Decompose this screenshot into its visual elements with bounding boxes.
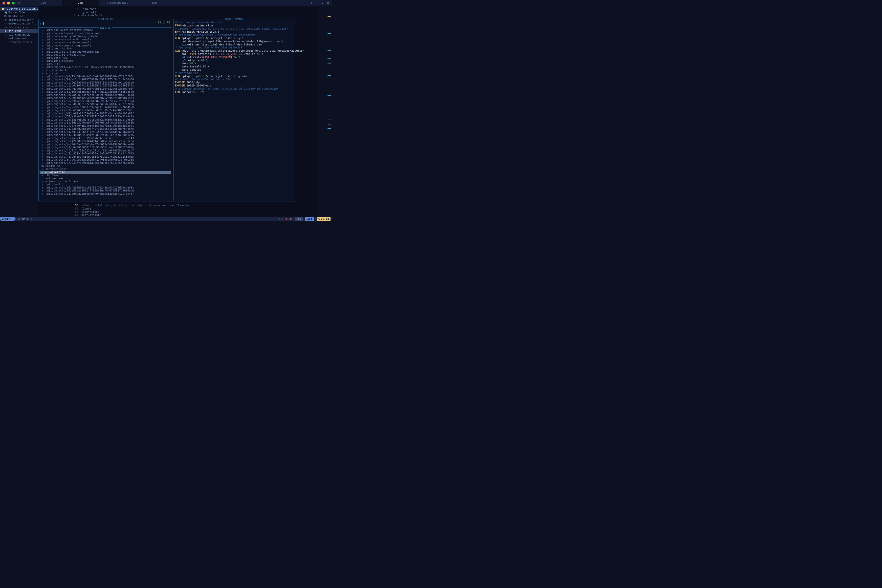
- editor-line: 2context=default: [71, 14, 102, 17]
- file-tree-header[interactable]: 📁 ~/Dev/one-solution/communication/pbx: [0, 7, 38, 10]
- result-row[interactable]: ▯.git/objects/06/5d6900b1e7ca863a9bd9568…: [39, 103, 171, 106]
- minimap-marker[interactable]: [328, 124, 331, 125]
- file-icon: ▯: [42, 90, 44, 94]
- tab[interactable]: vim: [62, 0, 99, 6]
- new-tab-button[interactable]: +: [173, 0, 183, 6]
- result-row[interactable]: ▯.git/objects/56/a98ab26c031f52112fe2828…: [39, 115, 171, 118]
- file-tree-item[interactable]: ♪welcome.wav: [0, 37, 38, 40]
- preview-line: CMD [asterisk, -f]: [175, 91, 293, 94]
- results-list[interactable]: ▯.git/hooks/pre-receive.sample▯.git/hook…: [39, 28, 172, 196]
- file-icon: ▯: [42, 28, 44, 32]
- minimap-marker[interactable]: [329, 16, 330, 17]
- file-tree[interactable]: 📁 ~/Dev/one-solution/communication/pbx 🐳…: [0, 6, 38, 217]
- result-label: .git/config: [45, 183, 63, 186]
- file-tree-path: ~/Dev/one-solution/communication/pbx: [5, 7, 38, 10]
- result-row[interactable]: ▯.git/objects/c5/b811a4843be4433ad8a7b60…: [39, 152, 171, 155]
- result-label: .git/info/exclude: [45, 60, 74, 63]
- result-row[interactable]: ▯.git/objects/27/305fbd1c05eded80de87525…: [39, 97, 171, 100]
- result-label: Dockerfile: [49, 171, 65, 174]
- minimap-marker[interactable]: [328, 120, 331, 120]
- file-icon: M↓: [5, 15, 8, 18]
- result-label: .git/objects/23/c9c4a2db6987bf4942eeec32…: [45, 192, 134, 196]
- result-row[interactable]: ▯.git/objects/7a/e1a770214013007e7becfe4…: [39, 66, 171, 69]
- hidden-items-note: (2 hidden items): [0, 40, 38, 44]
- result-row[interactable]: ▯.git/objects/6f/d6795e1ae1d9be419f03d8e…: [39, 158, 171, 162]
- result-row[interactable]: ▯.git/description: [39, 47, 171, 50]
- result-row[interactable]: ▯.git/hooks/applypatch-msg.sample: [39, 35, 171, 38]
- editor-area[interactable]: 4;sip.conf3[general]2context=default Fin…: [38, 6, 332, 217]
- search-icon[interactable]: ⌕: [310, 1, 312, 5]
- bulb-icon[interactable]: ♀: [322, 1, 323, 5]
- file-icon: ▯: [42, 87, 44, 91]
- tab[interactable]: vim: [25, 0, 62, 6]
- result-row[interactable]: ▯.git/objects/e7/d617459f7146bed0301d15e…: [39, 109, 171, 112]
- file-tree-item[interactable]: ⚙sip.conf: [0, 29, 38, 33]
- result-row[interactable]: ▸ 🐳Dockerfile: [39, 171, 171, 174]
- minimap[interactable]: [318, 6, 332, 217]
- prompt-icon: >: [40, 22, 42, 26]
- result-row[interactable]: ▯.git/config: [39, 183, 171, 186]
- result-row[interactable]: M↓Readme.md: [39, 165, 171, 168]
- maximize-window-icon[interactable]: [12, 2, 15, 4]
- result-row[interactable]: ▯.git/objects/23/c9c4a2db6987bf4942eeec3…: [39, 192, 171, 196]
- minimap-marker[interactable]: [328, 63, 331, 63]
- vim-mode: INSERT: [0, 217, 14, 221]
- result-row[interactable]: ▯sip.conf.back: [39, 69, 171, 72]
- errors-count[interactable]: ⊘ 30: [286, 218, 293, 220]
- lightning-icon[interactable]: ⚡: [316, 1, 318, 5]
- result-label: Readme.md: [45, 165, 60, 168]
- find-files-input[interactable]: >: [39, 21, 172, 26]
- result-row[interactable]: ▯.git/objects/e9/b4a368603813f9b91a93d1d…: [39, 146, 171, 149]
- file-tree-item[interactable]: ★sip.conf.back: [0, 33, 38, 37]
- cursor-position: 1:3: [305, 217, 314, 221]
- result-row[interactable]: ▯.git/info/exclude: [39, 60, 171, 63]
- file-tree-item[interactable]: M↓Readme.md: [0, 14, 38, 18]
- minimap-marker[interactable]: [328, 50, 331, 51]
- result-row[interactable]: ▯.git/objects/7d/ac5cfc1d9376862bb6925f1…: [39, 78, 171, 81]
- file-icon: ▯: [42, 50, 44, 54]
- result-row[interactable]: ▯.git/objects/80/e53a2c3811f7f625e1ecfd4…: [39, 189, 171, 192]
- result-row[interactable]: ▯.git/objects/6a/3d6d31f0ad97779097e0cc5…: [39, 121, 171, 124]
- result-row[interactable]: ▯.git/logs/refs/heads/main: [39, 53, 171, 57]
- result-row[interactable]: ♪welcome.wav: [39, 177, 171, 180]
- warnings-count[interactable]: ⚠ 0: [279, 218, 284, 220]
- result-row[interactable]: ▯.git/objects/5c/366ce85bdd344d374add21e…: [39, 90, 171, 94]
- result-row[interactable]: ▯.git/objects/b1/c6f100fcb41588292ef7277…: [39, 84, 171, 87]
- tab[interactable]: npm: [136, 0, 173, 6]
- file-tree-item[interactable]: ★extensions.conf.b: [0, 22, 38, 26]
- tab[interactable]: ../sonnymijael-homepage: [99, 0, 136, 6]
- result-label: .git/objects/6f/d6795e1ae1d9be419f03d8e5…: [45, 158, 134, 162]
- git-branch[interactable]: ⎇ main: [17, 218, 29, 220]
- result-row[interactable]: ▯.git/objects/8c/428c81a273b4451a1adf6e0…: [39, 140, 171, 143]
- file-icon: ⚙: [5, 30, 8, 32]
- file-tree-item[interactable]: 🐳Dockerfile: [0, 10, 38, 14]
- panel-toggle-icon[interactable]: ▢: [18, 1, 20, 5]
- file-icon: ▯: [42, 118, 44, 122]
- minimap-marker[interactable]: [328, 33, 331, 34]
- minimap-marker[interactable]: [328, 58, 331, 58]
- settings-icon[interactable]: ⚙: [327, 1, 329, 5]
- minimize-window-icon[interactable]: [7, 2, 10, 4]
- close-window-icon[interactable]: [3, 2, 5, 4]
- result-row[interactable]: ▯.git/objects/ba/a25fd7bbc20a742f1650a60…: [39, 128, 171, 131]
- file-icon: ▯: [42, 66, 44, 69]
- file-tree-item[interactable]: ⚙extensions.conf: [0, 18, 38, 22]
- file-icon: ▯: [42, 140, 44, 143]
- grep-preview-content[interactable]: # Usar imagen base de DebianFROM debian:…: [174, 19, 295, 96]
- result-label: .git/logs/refs/heads/main: [45, 53, 87, 57]
- result-row[interactable]: ▯.git/hooks/pre-rebase.sample: [39, 41, 171, 44]
- result-label: sip.conf: [45, 72, 59, 75]
- result-label: .git/objects/e4/63848d220a91242805fc3a31…: [45, 134, 134, 137]
- file-icon: ⚙: [42, 174, 44, 177]
- minimap-marker[interactable]: [328, 128, 331, 129]
- result-row[interactable]: ⚙sip.conf: [39, 72, 171, 75]
- result-row[interactable]: ▯.git/objects/e4/63848d220a91242805fc3a3…: [39, 134, 171, 137]
- minimap-marker[interactable]: [328, 95, 331, 96]
- titlebar-right-icons: ⌕ ⚡ ♀ ⚙: [310, 1, 329, 5]
- minimap-marker[interactable]: [328, 75, 331, 76]
- file-icon: ▯: [42, 162, 44, 165]
- file-tree-item[interactable]: ⚙features.conf: [0, 26, 38, 29]
- file-tree-item-label: sip.conf: [8, 29, 21, 33]
- file-icon: ▯: [42, 155, 44, 159]
- result-label: .git/objects/b1/c6f100fcb41588292ef72772…: [45, 84, 134, 87]
